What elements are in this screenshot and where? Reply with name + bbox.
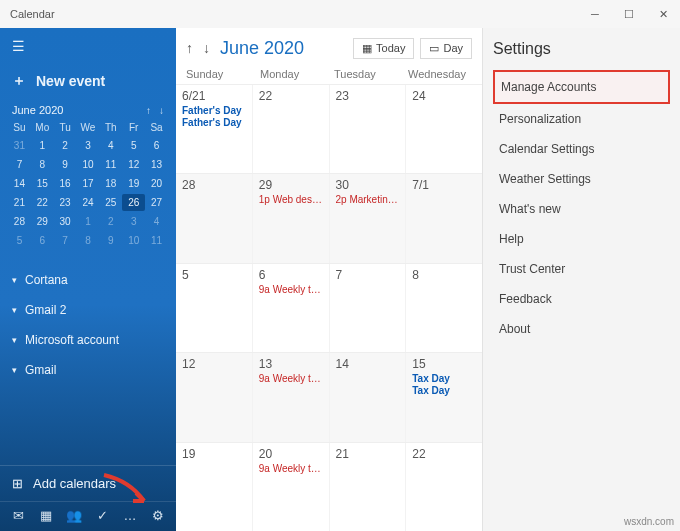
todo-icon[interactable]: ✓ (89, 508, 115, 523)
event-item[interactable]: Father's Day (182, 117, 246, 128)
event-item[interactable]: Father's Day (182, 105, 246, 116)
mini-month-label[interactable]: June 2020 (12, 104, 63, 116)
more-icon[interactable]: … (117, 508, 143, 523)
mini-day[interactable]: 23 (54, 194, 77, 211)
add-calendars-button[interactable]: ⊞ Add calendars (0, 465, 176, 501)
event-item[interactable]: 9a Weekly team (259, 284, 323, 295)
mini-day[interactable]: 9 (54, 156, 77, 173)
mini-day[interactable]: 16 (54, 175, 77, 192)
calendar-account-item[interactable]: ▾Gmail 2 (0, 295, 176, 325)
mini-day[interactable]: 24 (77, 194, 100, 211)
mini-day[interactable]: 12 (122, 156, 145, 173)
day-cell[interactable]: 139a Weekly team (253, 353, 330, 441)
day-cell[interactable]: 291p Web design (253, 174, 330, 262)
mini-day[interactable]: 11 (145, 232, 168, 249)
settings-item-what-s-new[interactable]: What's new (493, 194, 670, 224)
mini-day[interactable]: 4 (99, 137, 122, 154)
mini-day[interactable]: 26 (122, 194, 145, 211)
mini-day[interactable]: 25 (99, 194, 122, 211)
day-cell[interactable]: 6/21Father's DayFather's Day (176, 85, 253, 173)
day-cell[interactable]: 23 (330, 85, 407, 173)
mini-day[interactable]: 5 (122, 137, 145, 154)
day-cell[interactable]: 24 (406, 85, 482, 173)
day-cell[interactable]: 14 (330, 353, 407, 441)
mini-day[interactable]: 22 (31, 194, 54, 211)
day-cell[interactable]: 7 (330, 264, 407, 352)
mini-next-icon[interactable]: ↓ (159, 105, 164, 116)
mini-day[interactable]: 21 (8, 194, 31, 211)
mail-icon[interactable]: ✉ (5, 508, 31, 523)
mini-day[interactable]: 3 (77, 137, 100, 154)
mini-day[interactable]: 15 (31, 175, 54, 192)
calendar-account-item[interactable]: ▾Microsoft account (0, 325, 176, 355)
mini-day[interactable]: 7 (54, 232, 77, 249)
event-item[interactable]: 2p Marketing c (336, 194, 400, 205)
mini-day[interactable]: 6 (31, 232, 54, 249)
day-cell[interactable]: 7/1 (406, 174, 482, 262)
prev-period-icon[interactable]: ↑ (186, 40, 193, 56)
event-item[interactable]: 1p Web design (259, 194, 323, 205)
day-cell[interactable]: 5 (176, 264, 253, 352)
day-cell[interactable]: 15Tax DayTax Day (406, 353, 482, 441)
mini-day[interactable]: 9 (99, 232, 122, 249)
day-cell[interactable]: 8 (406, 264, 482, 352)
maximize-button[interactable]: ☐ (612, 0, 646, 28)
mini-day[interactable]: 2 (99, 213, 122, 230)
mini-day[interactable]: 19 (122, 175, 145, 192)
day-cell[interactable]: 28 (176, 174, 253, 262)
calendar-account-item[interactable]: ▾Cortana (0, 265, 176, 295)
settings-item-weather-settings[interactable]: Weather Settings (493, 164, 670, 194)
hamburger-icon[interactable]: ☰ (0, 28, 176, 64)
mini-prev-icon[interactable]: ↑ (146, 105, 151, 116)
settings-icon[interactable]: ⚙ (145, 508, 171, 523)
today-button[interactable]: ▦ Today (353, 38, 414, 59)
settings-item-personalization[interactable]: Personalization (493, 104, 670, 134)
mini-day[interactable]: 29 (31, 213, 54, 230)
day-cell[interactable]: 12 (176, 353, 253, 441)
mini-day[interactable]: 2 (54, 137, 77, 154)
mini-day[interactable]: 1 (31, 137, 54, 154)
mini-calendar[interactable]: SuMoTuWeThFrSa31123456789101112131415161… (0, 120, 176, 257)
event-item[interactable]: 9a Weekly team (259, 373, 323, 384)
event-item[interactable]: 9a Weekly team (259, 463, 323, 474)
settings-item-about[interactable]: About (493, 314, 670, 344)
mini-day[interactable]: 10 (122, 232, 145, 249)
event-item[interactable]: Tax Day (412, 373, 476, 384)
day-cell[interactable]: 22 (253, 85, 330, 173)
mini-day[interactable]: 7 (8, 156, 31, 173)
settings-item-calendar-settings[interactable]: Calendar Settings (493, 134, 670, 164)
day-view-button[interactable]: ▭ Day (420, 38, 472, 59)
new-event-button[interactable]: ＋ New event (0, 64, 176, 104)
day-cell[interactable]: 209a Weekly team (253, 443, 330, 531)
mini-day[interactable]: 13 (145, 156, 168, 173)
mini-day[interactable]: 11 (99, 156, 122, 173)
calendar-account-item[interactable]: ▾Gmail (0, 355, 176, 385)
mini-day[interactable]: 5 (8, 232, 31, 249)
month-title[interactable]: June 2020 (220, 38, 304, 59)
mini-day[interactable]: 14 (8, 175, 31, 192)
mini-day[interactable]: 30 (54, 213, 77, 230)
mini-day[interactable]: 6 (145, 137, 168, 154)
mini-day[interactable]: 8 (31, 156, 54, 173)
mini-day[interactable]: 31 (8, 137, 31, 154)
day-cell[interactable]: 22 (406, 443, 482, 531)
minimize-button[interactable]: ─ (578, 0, 612, 28)
settings-item-trust-center[interactable]: Trust Center (493, 254, 670, 284)
mini-day[interactable]: 18 (99, 175, 122, 192)
calendar-icon[interactable]: ▦ (33, 508, 59, 523)
settings-item-manage-accounts[interactable]: Manage Accounts (493, 70, 670, 104)
settings-item-feedback[interactable]: Feedback (493, 284, 670, 314)
mini-day[interactable]: 4 (145, 213, 168, 230)
mini-day[interactable]: 3 (122, 213, 145, 230)
day-cell[interactable]: 302p Marketing c (330, 174, 407, 262)
mini-day[interactable]: 8 (77, 232, 100, 249)
day-cell[interactable]: 69a Weekly team (253, 264, 330, 352)
mini-day[interactable]: 1 (77, 213, 100, 230)
mini-day[interactable]: 28 (8, 213, 31, 230)
mini-day[interactable]: 10 (77, 156, 100, 173)
next-period-icon[interactable]: ↓ (203, 40, 210, 56)
mini-day[interactable]: 20 (145, 175, 168, 192)
mini-day[interactable]: 17 (77, 175, 100, 192)
day-cell[interactable]: 19 (176, 443, 253, 531)
day-cell[interactable]: 21 (330, 443, 407, 531)
